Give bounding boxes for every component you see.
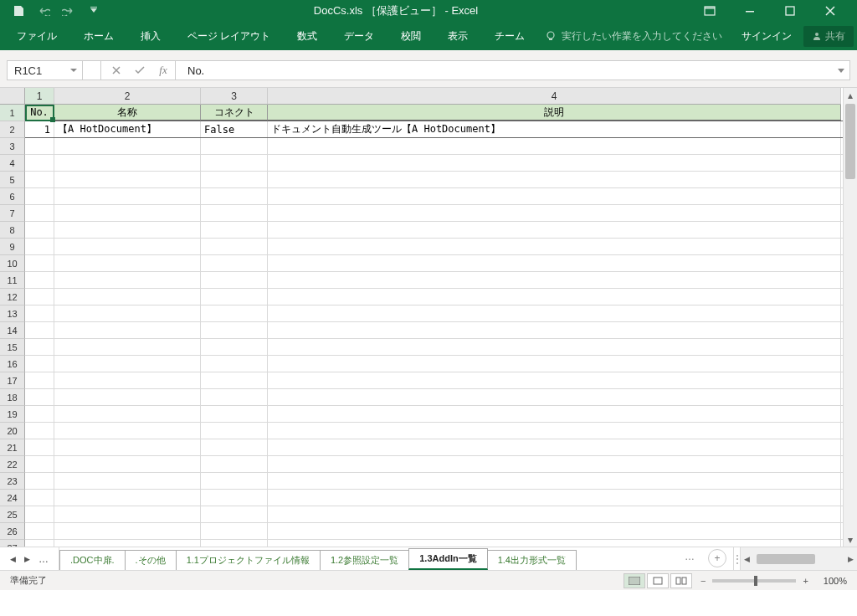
zoom-in-icon[interactable]: + [803,576,808,586]
cell[interactable] [25,205,54,221]
cell[interactable] [268,305,841,321]
cell[interactable] [25,506,54,522]
cell[interactable] [25,322,54,338]
cell[interactable] [268,356,841,372]
cell[interactable] [201,239,268,254]
cell[interactable] [268,289,841,305]
row-header[interactable]: 8 [0,222,25,239]
cell[interactable] [54,439,201,455]
sheet-more-right[interactable]: … [678,547,701,570]
name-box[interactable]: R1C1 [8,61,83,80]
cell[interactable] [54,205,201,221]
cell[interactable] [25,406,54,422]
cell[interactable] [54,389,201,405]
cells[interactable]: No.名称コネクト説明1【A HotDocument】Falseドキュメント自動… [25,105,843,547]
tab-home[interactable]: ホーム [70,22,127,50]
row-header[interactable]: 3 [0,138,25,155]
sheet-nav-next-icon[interactable]: ▶ [24,555,30,563]
cell[interactable] [201,506,268,522]
cell[interactable] [25,272,54,288]
cell[interactable] [54,490,201,506]
cell[interactable]: 1 [25,121,54,137]
cell[interactable] [54,322,201,338]
cell[interactable] [25,155,54,171]
cell[interactable] [201,289,268,305]
cell[interactable] [268,222,841,238]
cell[interactable] [25,339,54,355]
cell[interactable] [201,138,268,154]
sheet-tab[interactable]: 1.3AddIn一覧 [408,548,487,570]
scroll-up-icon[interactable]: ▴ [844,88,857,102]
tab-review[interactable]: 校閲 [387,22,434,50]
row-header[interactable]: 11 [0,272,25,289]
cell[interactable] [201,473,268,489]
cell[interactable] [54,272,201,288]
row-header[interactable]: 6 [0,188,25,205]
cell[interactable] [25,540,54,547]
cell[interactable] [25,289,54,305]
cell[interactable] [268,540,841,547]
row-header[interactable]: 14 [0,322,25,339]
cell[interactable] [201,356,268,372]
cell[interactable] [268,439,841,455]
cell[interactable] [25,523,54,539]
sheet-nav-more[interactable]: … [38,553,49,565]
cell[interactable] [201,540,268,547]
cell[interactable] [25,389,54,405]
cell[interactable] [268,188,841,204]
cell[interactable] [25,239,54,254]
scroll-left-icon[interactable]: ◀ [741,555,753,563]
row-header[interactable]: 26 [0,523,25,540]
cell[interactable] [201,523,268,539]
view-pagebreak-icon[interactable] [670,573,692,588]
cell[interactable] [268,138,841,154]
cell[interactable] [54,289,201,305]
cell[interactable] [54,523,201,539]
minimize-icon[interactable] [731,0,768,22]
signin-link[interactable]: サインイン [730,29,803,44]
row-header[interactable]: 10 [0,255,25,272]
row-header[interactable]: 12 [0,289,25,305]
cell[interactable] [268,172,841,187]
select-all-corner[interactable] [0,88,25,105]
cell[interactable] [25,172,54,187]
tab-insert[interactable]: 挿入 [127,22,174,50]
tell-me[interactable]: 実行したい作業を入力してください [545,29,722,44]
cell[interactable]: 名称 [54,105,201,121]
row-header[interactable]: 9 [0,239,25,255]
cell[interactable] [25,356,54,372]
tab-pagelayout[interactable]: ページ レイアウト [174,22,284,50]
cell[interactable] [268,473,841,489]
row-header[interactable]: 22 [0,456,25,473]
sheet-tab[interactable]: .DOC中扉. [59,550,126,570]
cell[interactable] [201,372,268,388]
row-header[interactable]: 23 [0,473,25,490]
undo-icon[interactable] [37,4,50,18]
cell[interactable] [25,305,54,321]
cell[interactable] [54,138,201,154]
cell[interactable] [25,138,54,154]
cell[interactable]: False [201,121,268,137]
cell[interactable] [201,305,268,321]
cell[interactable] [54,406,201,422]
cancel-icon[interactable] [105,61,128,80]
cell[interactable] [54,155,201,171]
column-header[interactable]: 3 [201,88,268,105]
qat-customize-icon[interactable] [87,4,100,18]
row-header[interactable]: 27 [0,540,25,547]
worksheet-grid[interactable]: 1234 12345678910111213141516171819202122… [0,88,857,547]
zoom-slider[interactable] [712,579,796,583]
cell[interactable] [201,222,268,238]
column-header[interactable]: 4 [268,88,841,105]
enter-icon[interactable] [128,61,151,80]
cell[interactable] [25,423,54,439]
cell[interactable] [25,222,54,238]
sheet-nav-prev-icon[interactable]: ◀ [10,555,16,563]
scroll-thumb-horizontal[interactable] [757,554,815,564]
cell[interactable] [54,372,201,388]
sheet-tab[interactable]: 1.1プロジェクトファイル情報 [176,550,321,570]
cell[interactable] [54,339,201,355]
cell[interactable] [201,322,268,338]
close-icon[interactable] [812,0,849,22]
cell[interactable] [54,239,201,254]
